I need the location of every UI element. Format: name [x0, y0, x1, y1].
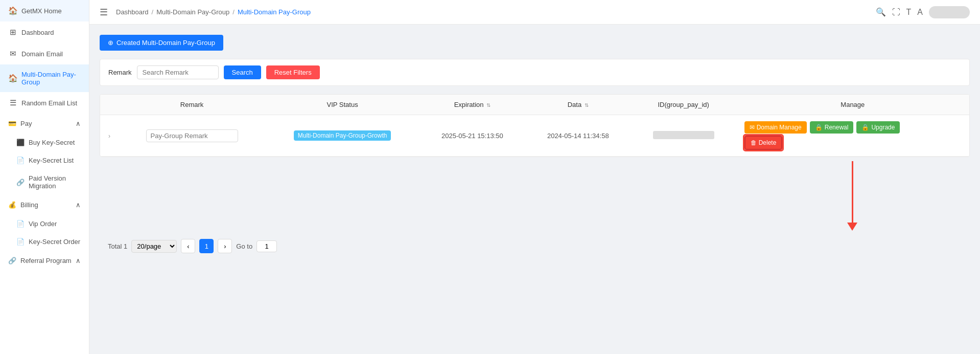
red-arrow: [847, 161, 857, 231]
dashboard-icon: ⊞: [8, 28, 17, 37]
renewal-icon: 🔒: [815, 124, 823, 131]
expiration-sort-icon: ⇅: [486, 102, 491, 108]
arrow-head: [847, 223, 857, 231]
row-remark-input[interactable]: [146, 129, 238, 142]
menu-icon[interactable]: ☰: [100, 7, 108, 18]
sidebar-item-paid-migration[interactable]: 🔗 Paid Version Migration: [0, 169, 89, 195]
row-remark: [119, 115, 265, 157]
per-page-select[interactable]: 20/page 50/page 100/page: [131, 240, 177, 253]
sidebar-item-dashboard[interactable]: ⊞ Dashboard: [0, 21, 89, 43]
vip-badge: Multi-Domain Pay-Group-Growth: [294, 130, 391, 141]
buy-icon: ⬛: [16, 139, 25, 146]
key-list-icon: 📄: [16, 157, 25, 164]
key-order-icon: 📄: [16, 238, 25, 246]
billing-section[interactable]: 💰 Billing ∧: [0, 195, 89, 215]
delete-button[interactable]: 🗑 Delete: [744, 136, 783, 150]
referral-icon: 🔗: [8, 257, 16, 264]
sidebar-item-domain-email[interactable]: ✉ Domain Email: [0, 43, 89, 64]
col-expand: [100, 95, 119, 115]
multi-domain-icon: 🏠: [8, 74, 17, 83]
next-page-button[interactable]: ›: [218, 239, 232, 253]
filter-bar: Remark Search Reset Filters: [100, 59, 970, 86]
id-value: [653, 131, 714, 139]
expand-icon[interactable]: ›: [108, 132, 110, 140]
content-area: ⊕ Created Multi-Domain Pay-Group Remark …: [89, 25, 980, 354]
fullscreen-icon[interactable]: ⛶: [892, 8, 900, 17]
pay-section[interactable]: 💳 Pay ∧: [0, 114, 89, 134]
row-id: [631, 115, 736, 157]
sidebar-item-key-secret-order[interactable]: 📄 Key-Secret Order: [0, 233, 89, 251]
remark-label: Remark: [108, 69, 132, 76]
row-expand[interactable]: ›: [100, 115, 119, 157]
list-icon: ☰: [8, 98, 17, 107]
breadcrumb-dashboard[interactable]: Dashboard: [116, 8, 149, 16]
action-buttons-container: ✉ Domain Manage 🔒 Renewal 🔒: [744, 121, 961, 150]
row-data: 2024-05-14 11:34:58: [525, 115, 631, 157]
upgrade-button[interactable]: 🔒 Upgrade: [856, 121, 900, 134]
sidebar-item-vip-order[interactable]: 📄 Vip Order: [0, 215, 89, 233]
sidebar-item-getmx-home[interactable]: 🏠 GetMX Home: [0, 0, 89, 21]
email-icon: ✉: [8, 49, 17, 58]
goto-label: Go to: [236, 242, 252, 250]
create-button[interactable]: ⊕ Created Multi-Domain Pay-Group: [100, 35, 223, 51]
table-header-row: Remark VIP Status Expiration ⇅ Data ⇅ ID…: [100, 95, 969, 115]
remark-input[interactable]: [137, 65, 219, 79]
delete-highlight-box: 🗑 Delete: [744, 136, 783, 150]
breadcrumb-multi-domain[interactable]: Multi-Domain Pay-Group: [156, 8, 229, 16]
arrow-line: [852, 161, 853, 223]
prev-page-button[interactable]: ‹: [181, 239, 195, 253]
search-button[interactable]: Search: [224, 65, 261, 79]
referral-section[interactable]: 🔗 Referral Program ∧: [0, 251, 89, 271]
avatar: [929, 6, 970, 18]
billing-icon: 💰: [8, 201, 16, 209]
search-icon[interactable]: 🔍: [876, 7, 886, 17]
table-row: › Multi-Domain Pay-Group-Growth 2025-05-…: [100, 115, 969, 157]
chevron-up-icon-billing: ∧: [76, 201, 81, 209]
arrow-container: [100, 161, 970, 231]
home-icon: 🏠: [8, 6, 17, 15]
breadcrumb-sep-2: /: [232, 8, 235, 16]
page-1-button[interactable]: 1: [199, 239, 214, 253]
row-expiration: 2025-05-21 15:13:50: [419, 115, 525, 157]
domain-manage-button[interactable]: ✉ Domain Manage: [744, 121, 807, 134]
action-row-bottom: 🗑 Delete: [744, 136, 783, 150]
col-id: ID(group_pay_id): [631, 95, 736, 115]
chevron-up-icon: ∧: [76, 120, 81, 127]
sidebar-item-key-secret-list[interactable]: 📄 Key-Secret List: [0, 151, 89, 169]
col-data[interactable]: Data ⇅: [525, 95, 631, 115]
col-vip-status: VIP Status: [265, 95, 419, 115]
data-table: Remark VIP Status Expiration ⇅ Data ⇅ ID…: [100, 95, 969, 157]
domain-icon: ✉: [750, 124, 755, 131]
migration-icon: 🔗: [16, 179, 25, 186]
breadcrumb-current: Multi-Domain Pay-Group: [238, 8, 311, 16]
vip-order-icon: 📄: [16, 220, 25, 228]
delete-icon: 🗑: [751, 139, 757, 146]
pay-icon: 💳: [8, 120, 16, 127]
action-row-top: ✉ Domain Manage 🔒 Renewal 🔒: [744, 121, 900, 134]
row-vip-status: Multi-Domain Pay-Group-Growth: [265, 115, 419, 157]
col-expiration[interactable]: Expiration ⇅: [419, 95, 525, 115]
row-actions: ✉ Domain Manage 🔒 Renewal 🔒: [736, 115, 969, 157]
col-remark: Remark: [119, 95, 265, 115]
main-container: ☰ Dashboard / Multi-Domain Pay-Group / M…: [89, 0, 980, 354]
breadcrumb: Dashboard / Multi-Domain Pay-Group / Mul…: [116, 8, 311, 16]
reset-filters-button[interactable]: Reset Filters: [266, 65, 320, 79]
pagination: Total 1 20/page 50/page 100/page ‹ 1 › G…: [100, 231, 970, 261]
sidebar-item-multi-domain[interactable]: 🏠 Multi-Domain Pay-Group: [0, 64, 89, 92]
sidebar-item-random-email[interactable]: ☰ Random Email List: [0, 92, 89, 114]
header-icons: 🔍 ⛶ T A: [876, 6, 970, 18]
sidebar-item-buy-key-secret[interactable]: ⬛ Buy Key-Secret: [0, 134, 89, 151]
sidebar: 🏠 GetMX Home ⊞ Dashboard ✉ Domain Email …: [0, 0, 89, 354]
header: ☰ Dashboard / Multi-Domain Pay-Group / M…: [89, 0, 980, 25]
goto-input[interactable]: [256, 240, 277, 252]
upgrade-icon: 🔒: [861, 124, 869, 131]
total-label: Total 1: [108, 242, 127, 250]
renewal-button[interactable]: 🔒 Renewal: [810, 121, 854, 134]
chevron-down-icon: ∧: [76, 257, 81, 264]
accessibility-icon[interactable]: A: [917, 8, 923, 17]
create-icon: ⊕: [108, 39, 113, 47]
table-container: Remark VIP Status Expiration ⇅ Data ⇅ ID…: [100, 94, 970, 157]
font-icon[interactable]: T: [906, 8, 912, 17]
breadcrumb-sep-1: /: [152, 8, 154, 16]
col-manage: Manage: [736, 95, 969, 115]
